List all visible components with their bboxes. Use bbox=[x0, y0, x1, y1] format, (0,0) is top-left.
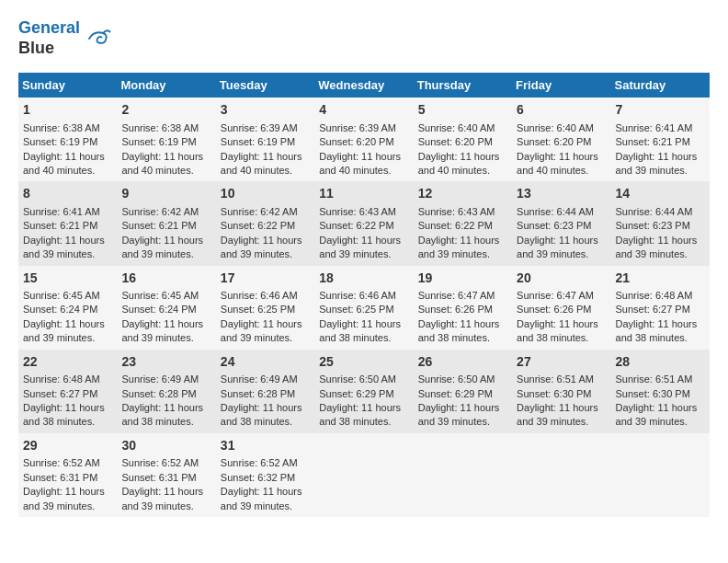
day-number: 15 bbox=[23, 270, 112, 288]
day-number: 24 bbox=[221, 353, 310, 372]
calendar-cell: 4Sunrise: 6:39 AMSunset: 6:20 PMDaylight… bbox=[314, 98, 413, 181]
day-number: 13 bbox=[517, 185, 606, 203]
cell-info-line: Sunrise: 6:50 AM bbox=[319, 373, 408, 386]
cell-info-line: and 40 minutes. bbox=[121, 164, 210, 178]
day-number: 19 bbox=[418, 270, 507, 288]
calendar-cell bbox=[611, 433, 710, 517]
cell-info-line: Daylight: 11 hours bbox=[221, 485, 310, 499]
cell-info-line: Daylight: 11 hours bbox=[221, 150, 310, 164]
cell-info-line: Daylight: 11 hours bbox=[23, 485, 112, 499]
cell-info-line: Sunset: 6:23 PM bbox=[616, 219, 705, 233]
column-header-saturday: Saturday bbox=[611, 73, 710, 98]
calendar-cell: 18Sunrise: 6:46 AMSunset: 6:25 PMDayligh… bbox=[314, 266, 413, 350]
cell-info-line: Daylight: 11 hours bbox=[23, 401, 112, 415]
column-header-friday: Friday bbox=[512, 73, 610, 98]
cell-info-line: and 40 minutes. bbox=[221, 164, 310, 178]
day-number: 4 bbox=[319, 101, 408, 120]
calendar-cell: 7Sunrise: 6:41 AMSunset: 6:21 PMDaylight… bbox=[611, 98, 710, 181]
calendar-week-3: 15Sunrise: 6:45 AMSunset: 6:24 PMDayligh… bbox=[18, 266, 710, 350]
calendar-cell: 14Sunrise: 6:44 AMSunset: 6:23 PMDayligh… bbox=[611, 181, 710, 265]
cell-info-line: Sunrise: 6:41 AM bbox=[23, 205, 112, 219]
cell-info-line: Sunrise: 6:52 AM bbox=[23, 456, 112, 470]
cell-info-line: and 38 minutes. bbox=[221, 415, 310, 429]
cell-info-line: and 39 minutes. bbox=[517, 415, 606, 429]
calendar-cell bbox=[314, 433, 413, 517]
day-number: 26 bbox=[418, 353, 507, 372]
cell-info-line: Daylight: 11 hours bbox=[517, 401, 606, 415]
cell-info-line: Daylight: 11 hours bbox=[319, 234, 408, 247]
cell-info-line: and 40 minutes. bbox=[23, 164, 112, 178]
cell-info-line: and 40 minutes. bbox=[319, 164, 408, 178]
cell-info-line: Sunset: 6:31 PM bbox=[23, 471, 112, 485]
cell-info-line: Sunrise: 6:44 AM bbox=[517, 205, 606, 219]
calendar-cell: 28Sunrise: 6:51 AMSunset: 6:30 PMDayligh… bbox=[611, 350, 710, 433]
day-number: 18 bbox=[319, 270, 408, 288]
cell-info-line: Sunrise: 6:42 AM bbox=[121, 205, 210, 219]
cell-info-line: Sunrise: 6:50 AM bbox=[418, 373, 507, 386]
cell-info-line: Sunrise: 6:43 AM bbox=[319, 205, 408, 219]
day-number: 6 bbox=[517, 101, 606, 120]
calendar-cell: 29Sunrise: 6:52 AMSunset: 6:31 PMDayligh… bbox=[18, 433, 117, 517]
day-number: 3 bbox=[221, 101, 310, 120]
logo-text: GeneralBlue bbox=[18, 18, 80, 58]
cell-info-line: Daylight: 11 hours bbox=[23, 150, 112, 164]
day-number: 22 bbox=[23, 353, 112, 372]
cell-info-line: Sunrise: 6:45 AM bbox=[121, 289, 210, 303]
cell-info-line: Sunrise: 6:40 AM bbox=[517, 121, 606, 135]
cell-info-line: Sunrise: 6:41 AM bbox=[616, 121, 705, 135]
calendar-cell: 25Sunrise: 6:50 AMSunset: 6:29 PMDayligh… bbox=[314, 350, 413, 433]
calendar-week-4: 22Sunrise: 6:48 AMSunset: 6:27 PMDayligh… bbox=[18, 350, 710, 433]
cell-info-line: Sunrise: 6:48 AM bbox=[616, 289, 705, 303]
calendar-cell: 16Sunrise: 6:45 AMSunset: 6:24 PMDayligh… bbox=[117, 266, 215, 350]
cell-info-line: Sunset: 6:20 PM bbox=[418, 135, 507, 149]
cell-info-line: Sunset: 6:26 PM bbox=[418, 303, 507, 316]
day-number: 5 bbox=[418, 101, 507, 120]
day-number: 30 bbox=[121, 437, 210, 455]
cell-info-line: Sunset: 6:22 PM bbox=[319, 219, 408, 233]
cell-info-line: and 39 minutes. bbox=[121, 247, 210, 261]
logo-bird-icon bbox=[84, 25, 111, 52]
cell-info-line: and 39 minutes. bbox=[221, 500, 310, 513]
cell-info-line: Daylight: 11 hours bbox=[221, 317, 310, 331]
calendar-cell: 6Sunrise: 6:40 AMSunset: 6:20 PMDaylight… bbox=[512, 98, 610, 181]
calendar-header-row: SundayMondayTuesdayWednesdayThursdayFrid… bbox=[18, 73, 710, 98]
day-number: 21 bbox=[616, 270, 705, 288]
calendar-cell: 30Sunrise: 6:52 AMSunset: 6:31 PMDayligh… bbox=[117, 433, 215, 517]
column-header-wednesday: Wednesday bbox=[314, 73, 413, 98]
cell-info-line: Daylight: 11 hours bbox=[221, 234, 310, 247]
day-number: 11 bbox=[319, 185, 408, 203]
day-number: 20 bbox=[517, 270, 606, 288]
cell-info-line: Sunrise: 6:52 AM bbox=[121, 456, 210, 470]
cell-info-line: Sunset: 6:22 PM bbox=[221, 219, 310, 233]
cell-info-line: and 39 minutes. bbox=[23, 500, 112, 513]
cell-info-line: Sunset: 6:19 PM bbox=[121, 135, 210, 149]
cell-info-line: Daylight: 11 hours bbox=[121, 150, 210, 164]
calendar-cell: 23Sunrise: 6:49 AMSunset: 6:28 PMDayligh… bbox=[117, 350, 215, 433]
cell-info-line: and 39 minutes. bbox=[616, 164, 705, 178]
calendar-cell: 9Sunrise: 6:42 AMSunset: 6:21 PMDaylight… bbox=[117, 181, 215, 265]
calendar-cell: 8Sunrise: 6:41 AMSunset: 6:21 PMDaylight… bbox=[18, 181, 117, 265]
cell-info-line: and 39 minutes. bbox=[517, 247, 606, 261]
cell-info-line: and 39 minutes. bbox=[418, 415, 507, 429]
cell-info-line: Sunset: 6:30 PM bbox=[517, 387, 606, 401]
cell-info-line: Sunrise: 6:52 AM bbox=[221, 456, 310, 470]
cell-info-line: Sunrise: 6:39 AM bbox=[221, 121, 310, 135]
cell-info-line: Sunrise: 6:42 AM bbox=[221, 205, 310, 219]
calendar-cell: 12Sunrise: 6:43 AMSunset: 6:22 PMDayligh… bbox=[414, 181, 512, 265]
calendar-cell: 24Sunrise: 6:49 AMSunset: 6:28 PMDayligh… bbox=[216, 350, 314, 433]
cell-info-line: Sunrise: 6:49 AM bbox=[121, 373, 210, 386]
cell-info-line: Sunset: 6:20 PM bbox=[319, 135, 408, 149]
cell-info-line: Sunset: 6:21 PM bbox=[23, 219, 112, 233]
cell-info-line: Sunrise: 6:38 AM bbox=[121, 121, 210, 135]
cell-info-line: Sunrise: 6:39 AM bbox=[319, 121, 408, 135]
cell-info-line: Daylight: 11 hours bbox=[319, 401, 408, 415]
cell-info-line: Sunset: 6:26 PM bbox=[517, 303, 606, 316]
cell-info-line: Sunrise: 6:43 AM bbox=[418, 205, 507, 219]
cell-info-line: Sunset: 6:28 PM bbox=[221, 387, 310, 401]
cell-info-line: Daylight: 11 hours bbox=[121, 234, 210, 247]
day-number: 8 bbox=[23, 185, 112, 203]
cell-info-line: and 38 minutes. bbox=[121, 415, 210, 429]
calendar-cell: 15Sunrise: 6:45 AMSunset: 6:24 PMDayligh… bbox=[18, 266, 117, 350]
cell-info-line: Sunset: 6:20 PM bbox=[517, 135, 606, 149]
cell-info-line: Sunrise: 6:44 AM bbox=[616, 205, 705, 219]
